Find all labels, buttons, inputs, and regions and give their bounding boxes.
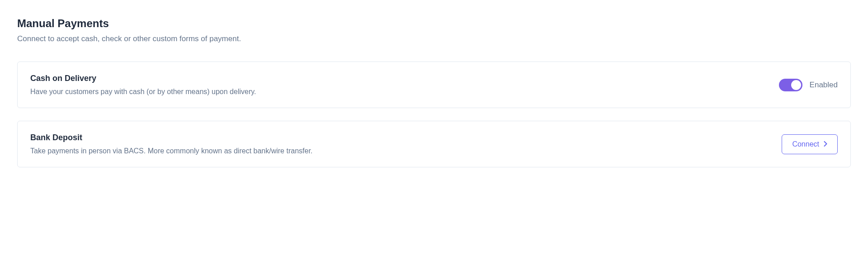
section-title: Manual Payments [17,17,851,30]
payment-method-card-bank: Bank Deposit Take payments in person via… [17,121,851,167]
payment-method-title: Cash on Delivery [30,74,779,83]
connect-button-label: Connect [792,140,819,148]
card-actions: Connect [782,134,838,154]
toggle-knob [791,80,801,90]
card-content: Bank Deposit Take payments in person via… [30,133,782,155]
payment-method-title: Bank Deposit [30,133,782,142]
section-subtitle: Connect to accept cash, check or other c… [17,34,851,43]
payment-method-card-cod: Cash on Delivery Have your customers pay… [17,62,851,108]
toggle-status-label: Enabled [810,81,838,90]
card-actions: Enabled [779,79,838,91]
chevron-right-icon [824,140,827,148]
payment-method-description: Take payments in person via BACS. More c… [30,147,782,155]
connect-button[interactable]: Connect [782,134,838,154]
payment-method-description: Have your customers pay with cash (or by… [30,88,779,96]
enable-toggle[interactable] [779,79,802,91]
card-content: Cash on Delivery Have your customers pay… [30,74,779,96]
